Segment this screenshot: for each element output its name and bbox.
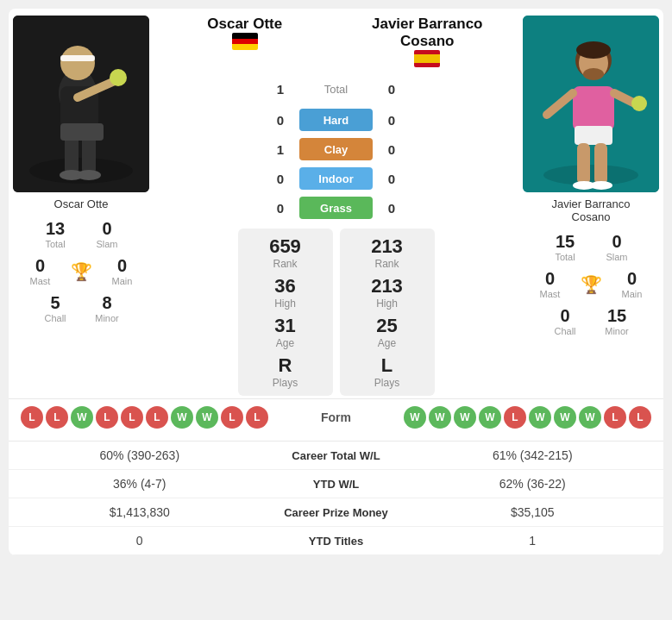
stats-row-3: 0YTD Titles1: [9, 527, 663, 555]
right-player-stats: 15 Total 0 Slam 0 Mast 🏆: [518, 229, 663, 340]
stats-right-3: 1: [414, 534, 652, 548]
stats-mid-3: YTD Titles: [259, 535, 414, 548]
hard-right-score: 0: [383, 113, 400, 128]
form-badge-l: L: [604, 406, 626, 429]
stats-mid-2: Career Prize Money: [259, 506, 414, 519]
right-total: 15 Total: [543, 232, 587, 262]
form-label: Form: [321, 410, 351, 424]
form-badge-w: W: [71, 406, 93, 429]
svg-rect-24: [577, 143, 590, 185]
left-mast-trophy-main-row: 0 Mast 🏆 0 Main: [9, 253, 154, 290]
main-card: Oscar Otte 13 Total 0 Slam 0: [9, 9, 663, 555]
stats-right-0: 61% (342-215): [414, 448, 652, 462]
left-flag: [232, 33, 258, 50]
right-center-stat-box: 213 Rank 213 High 25 Age L Plays: [340, 229, 435, 396]
left-minor: 8 Minor: [85, 293, 129, 323]
left-trophy: 🏆: [71, 261, 92, 282]
stats-mid-1: YTD W/L: [259, 478, 414, 491]
total-label: Total: [299, 83, 373, 96]
form-badge-w: W: [529, 406, 551, 429]
left-age-value: 31: [274, 315, 295, 337]
svg-rect-23: [575, 126, 612, 145]
right-player-name-under: Javier Barranco Cosano: [518, 192, 663, 229]
right-player-header-name: Javier Barranco Cosano: [372, 16, 483, 50]
right-player-photo: [523, 16, 659, 192]
svg-rect-4: [60, 55, 95, 61]
stats-left-3: 0: [21, 534, 259, 548]
stats-row-0: 60% (390-263)Career Total W/L61% (342-21…: [9, 442, 663, 470]
right-high-label: High: [376, 297, 398, 310]
svg-point-17: [576, 41, 611, 59]
svg-point-3: [60, 46, 95, 80]
right-mast-trophy-main-row: 0 Mast 🏆 0 Main: [518, 266, 663, 303]
stats-left-2: $1,413,830: [21, 505, 259, 519]
form-badge-l: L: [629, 406, 651, 429]
stats-right-2: $35,105: [414, 505, 652, 519]
right-mast: 0 Mast: [529, 269, 572, 299]
right-chall-minor-row: 0 Chall 15 Minor: [518, 303, 663, 340]
surface-clay-row: 1 Clay 0: [154, 135, 518, 164]
right-rank-value: 213: [371, 235, 403, 258]
right-high-value: 213: [371, 275, 403, 297]
left-player-name-under: Oscar Otte: [9, 192, 154, 216]
left-rank-value: 659: [269, 235, 301, 258]
form-section: LLWLLLWWLL Form WWWWLWWWLL: [9, 398, 663, 441]
surface-hard-row: 0 Hard 0: [154, 105, 518, 135]
total-score-left: 1: [272, 82, 289, 97]
left-high-label: High: [274, 297, 296, 310]
stats-left-0: 60% (390-263): [21, 448, 259, 462]
grass-left-score: 0: [272, 201, 289, 216]
total-row: 1 Total 0: [272, 74, 400, 103]
left-slam: 0 Slam: [85, 219, 129, 249]
svg-point-27: [590, 181, 612, 190]
svg-point-1: [29, 158, 133, 184]
stats-row-2: $1,413,830Career Prize Money$35,105: [9, 498, 663, 527]
right-plays-label: Plays: [374, 377, 399, 389]
left-plays-value: R: [279, 354, 292, 377]
left-plays-label: Plays: [273, 377, 298, 389]
indoor-left-score: 0: [272, 172, 289, 186]
center-col: Oscar Otte Javier Barranco Cosano 1 Tota…: [154, 9, 518, 398]
form-badge-l: L: [146, 406, 168, 429]
left-rank-label: Rank: [273, 258, 297, 270]
left-player-svg: [13, 16, 149, 192]
left-form-badges: LLWLLLWWLL: [21, 406, 268, 429]
form-badge-l: L: [221, 406, 243, 429]
right-name-flag: Javier Barranco Cosano: [336, 16, 519, 67]
form-badge-w: W: [404, 406, 426, 429]
total-score-right: 0: [383, 82, 400, 97]
form-badge-w: W: [479, 406, 501, 429]
left-total: 13 Total: [34, 219, 77, 249]
form-badge-w: W: [429, 406, 451, 429]
form-badge-w: W: [171, 406, 193, 429]
left-high-value: 36: [274, 275, 295, 297]
svg-rect-25: [594, 143, 607, 185]
svg-point-12: [77, 170, 101, 180]
surface-grass-btn: Grass: [299, 197, 373, 219]
center-stats-boxes: 659 Rank 36 High 31 Age R Plays 213 Rank: [154, 226, 518, 398]
form-badge-l: L: [96, 406, 118, 429]
grass-right-score: 0: [383, 201, 400, 216]
svg-rect-10: [60, 123, 104, 141]
stats-table: 60% (390-263)Career Total W/L61% (342-21…: [9, 441, 663, 555]
hard-left-score: 0: [272, 113, 289, 128]
stats-row-1: 36% (4-7)YTD W/L62% (36-22): [9, 470, 663, 498]
stats-mid-0: Career Total W/L: [259, 449, 414, 462]
left-age-label: Age: [276, 337, 294, 349]
right-flag: [414, 50, 440, 67]
form-badge-l: L: [504, 406, 526, 429]
right-age-value: 25: [376, 315, 397, 337]
stats-left-1: 36% (4-7): [21, 477, 259, 491]
surface-clay-btn: Clay: [299, 138, 373, 160]
left-player-stats: 13 Total 0 Slam 0 Mast 🏆: [9, 216, 154, 327]
right-main: 0 Main: [611, 269, 654, 299]
clay-right-score: 0: [383, 142, 400, 157]
left-main: 0 Main: [101, 256, 144, 286]
right-slam: 0 Slam: [595, 232, 638, 262]
right-form-badges: WWWWLWWWLL: [404, 406, 651, 429]
indoor-right-score: 0: [383, 172, 400, 186]
right-trophy: 🏆: [581, 274, 602, 295]
svg-point-22: [631, 96, 647, 111]
surface-hard-btn: Hard: [299, 109, 373, 131]
form-badge-l: L: [121, 406, 143, 429]
